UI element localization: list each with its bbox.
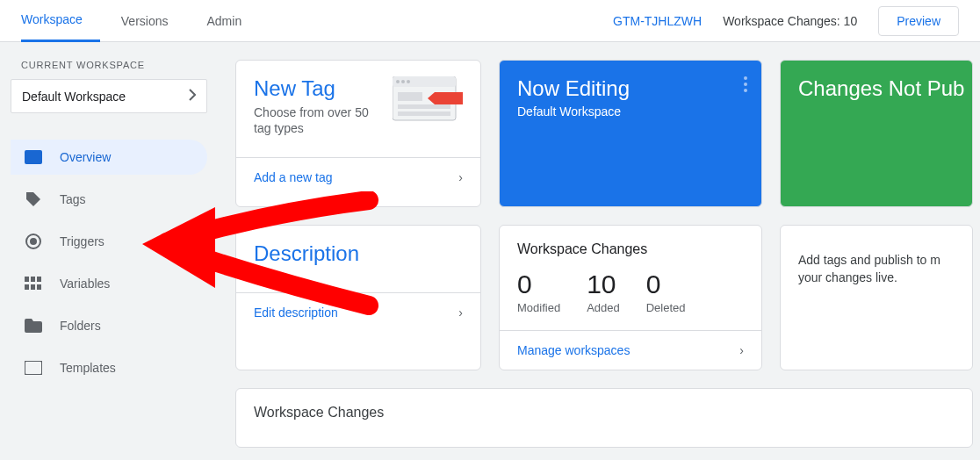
svg-rect-7 bbox=[31, 284, 35, 290]
sidebar-item-variables[interactable]: Variables bbox=[11, 266, 207, 301]
tab-admin[interactable]: Admin bbox=[206, 0, 259, 42]
not-published-title: Changes Not Pub bbox=[798, 76, 955, 101]
chevron-right-icon bbox=[189, 89, 196, 104]
svg-rect-9 bbox=[25, 361, 42, 375]
folder-icon bbox=[25, 317, 42, 334]
more-menu-button[interactable] bbox=[744, 76, 747, 96]
sidebar-item-tags[interactable]: Tags bbox=[11, 182, 207, 217]
overview-icon bbox=[25, 148, 42, 166]
svg-point-12 bbox=[396, 80, 400, 83]
svg-point-18 bbox=[744, 76, 747, 80]
card-workspace-changes: Workspace Changes 0Modified 10Added 0Del… bbox=[499, 225, 762, 370]
now-editing-title: Now Editing bbox=[517, 76, 744, 101]
svg-rect-15 bbox=[398, 92, 422, 101]
sidebar-item-label: Folders bbox=[60, 319, 101, 333]
description-title: Description bbox=[254, 241, 463, 266]
container-id-link[interactable]: GTM-TJHLZWH bbox=[613, 14, 702, 28]
workspace-selector[interactable]: Default Workspace bbox=[11, 79, 207, 113]
stat-deleted: 0Deleted bbox=[646, 270, 686, 314]
card-new-tag: New Tag Choose from over 50 tag types bbox=[235, 60, 481, 207]
sidebar-item-label: Variables bbox=[60, 277, 110, 291]
chevron-right-icon: › bbox=[739, 343, 744, 357]
card-now-editing: Now Editing Default Workspace bbox=[499, 60, 762, 207]
new-tag-title: New Tag bbox=[254, 76, 382, 101]
workspace-name: Default Workspace bbox=[22, 90, 126, 104]
template-icon bbox=[25, 359, 42, 377]
main-content: New Tag Choose from over 50 tag types bbox=[218, 42, 980, 460]
sidebar-item-triggers[interactable]: Triggers bbox=[11, 224, 207, 259]
current-workspace-label: CURRENT WORKSPACE bbox=[11, 60, 207, 70]
sidebar-item-overview[interactable]: Overview bbox=[11, 140, 207, 175]
workspace-changes-count: Workspace Changes: 10 bbox=[723, 14, 857, 28]
stat-added: 10Added bbox=[587, 270, 620, 314]
card-publish-hint: Add tags and publish to m your changes l… bbox=[780, 225, 973, 370]
add-new-tag-button[interactable]: Add a new tag › bbox=[236, 157, 480, 197]
sidebar-item-folders[interactable]: Folders bbox=[11, 308, 207, 343]
top-nav-bar: Workspace Versions Admin GTM-TJHLZWH Wor… bbox=[0, 0, 980, 42]
svg-point-13 bbox=[401, 80, 405, 83]
tab-workspace[interactable]: Workspace bbox=[21, 0, 100, 42]
svg-rect-4 bbox=[31, 277, 35, 282]
svg-rect-8 bbox=[37, 284, 41, 290]
tab-versions[interactable]: Versions bbox=[121, 0, 186, 42]
svg-rect-17 bbox=[398, 111, 450, 116]
sidebar-item-templates[interactable]: Templates bbox=[11, 350, 207, 385]
sidebar-item-label: Templates bbox=[60, 361, 116, 375]
sidebar-item-label: Triggers bbox=[60, 234, 104, 248]
svg-rect-6 bbox=[25, 284, 29, 290]
workspace-changes-list-title: Workspace Changes bbox=[254, 405, 955, 420]
publish-hint-text: Add tags and publish to m your changes l… bbox=[781, 226, 972, 313]
chevron-right-icon: › bbox=[458, 305, 463, 320]
chevron-right-icon: › bbox=[458, 170, 463, 184]
workspace-changes-title: Workspace Changes bbox=[517, 241, 744, 257]
sidebar-item-label: Tags bbox=[60, 192, 86, 206]
preview-button[interactable]: Preview bbox=[878, 6, 959, 36]
svg-rect-0 bbox=[25, 150, 42, 164]
svg-rect-5 bbox=[37, 277, 41, 282]
stat-modified: 0Modified bbox=[517, 270, 560, 314]
now-editing-subtitle: Default Workspace bbox=[517, 104, 744, 119]
tag-icon bbox=[25, 190, 42, 208]
card-workspace-changes-list: Workspace Changes bbox=[235, 388, 973, 448]
edit-description-button[interactable]: Edit description › bbox=[236, 292, 480, 332]
sidebar-item-label: Overview bbox=[60, 150, 111, 164]
manage-workspaces-button[interactable]: Manage workspaces › bbox=[500, 330, 761, 370]
svg-point-20 bbox=[744, 89, 747, 92]
target-icon bbox=[25, 233, 42, 250]
svg-point-2 bbox=[30, 238, 37, 245]
card-changes-not-published: Changes Not Pub bbox=[780, 60, 973, 207]
card-description: Description Edit description › bbox=[235, 225, 481, 370]
svg-point-14 bbox=[407, 80, 410, 83]
svg-rect-3 bbox=[25, 277, 29, 282]
browser-window-icon bbox=[393, 76, 463, 136]
sidebar: CURRENT WORKSPACE Default Workspace Over… bbox=[0, 42, 218, 460]
svg-point-19 bbox=[744, 83, 747, 86]
cells-icon bbox=[25, 275, 42, 292]
svg-rect-16 bbox=[398, 104, 450, 109]
new-tag-subtitle: Choose from over 50 tag types bbox=[254, 104, 382, 136]
